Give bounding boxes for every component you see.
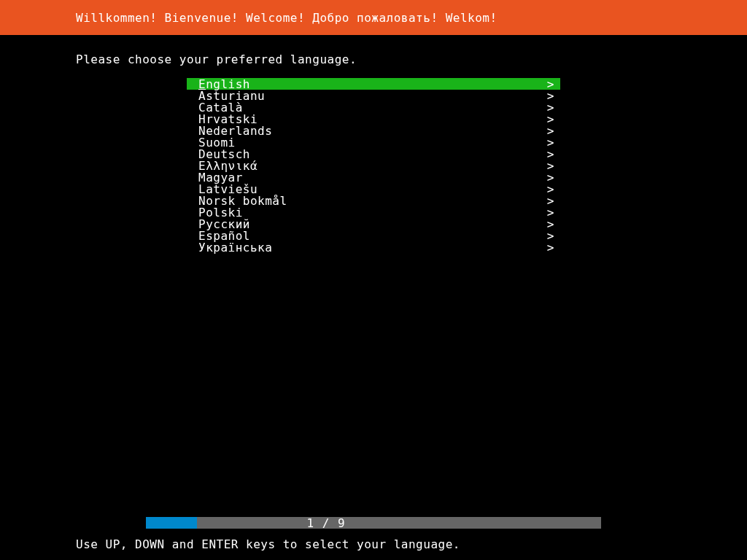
language-list: English>Asturianu>Català>Hrvatski>Nederl… [187,78,560,253]
language-option[interactable]: Norsk bokmål> [187,195,560,206]
welcome-title: Willkommen! Bienvenue! Welcome! Добро по… [76,11,498,25]
chevron-right-icon: > [547,241,554,254]
progress-bar: 1 / 9 [0,517,747,529]
progress-text: 1 / 9 [306,516,345,530]
progress-fill [146,517,197,529]
language-label: Українська [198,241,272,254]
language-option[interactable]: Nederlands> [187,125,560,136]
language-option[interactable]: Ελληνικά> [187,160,560,171]
header-bar: Willkommen! Bienvenue! Welcome! Добро по… [0,0,747,35]
progress-track: 1 / 9 [197,517,601,529]
language-prompt: Please choose your preferred language. [0,35,747,78]
footer: 1 / 9 Use UP, DOWN and ENTER keys to sel… [0,517,747,560]
language-option[interactable]: Українська> [187,241,560,253]
language-option[interactable]: Asturianu> [187,90,560,101]
keyboard-hint: Use UP, DOWN and ENTER keys to select yo… [0,529,747,560]
